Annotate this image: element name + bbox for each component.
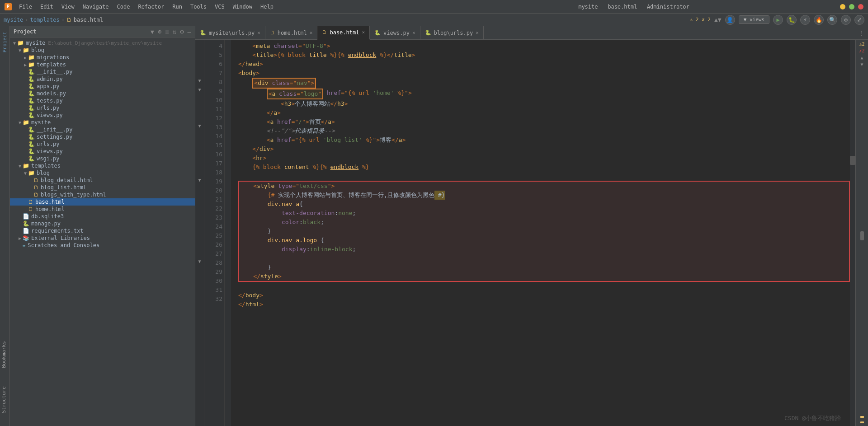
menu-window[interactable]: Window	[229, 3, 256, 11]
minimize-button[interactable]: –	[840, 4, 845, 9]
gutter-fold-9[interactable]: ▼	[195, 85, 204, 94]
tree-scratches[interactable]: ▶ ✏ Scratches and Consoles	[10, 242, 195, 249]
maximize-button[interactable]: □	[849, 4, 854, 9]
menu-refactor[interactable]: Refactor	[134, 3, 168, 11]
gutter-line-17	[195, 157, 204, 166]
settings-gear-icon[interactable]: ⚙	[180, 28, 184, 35]
gutter-line-15	[195, 139, 204, 148]
tree-file-blogs-with-type[interactable]: ▶ 🗋 blogs_with_type.html	[10, 191, 195, 198]
gutter-line-20	[195, 184, 204, 193]
tree-file-blog-views[interactable]: ▶ 🐍 views.py	[10, 112, 195, 119]
gutter-line-14	[195, 130, 204, 139]
tree-folder-migrations[interactable]: ▶ 📁 migrations	[10, 54, 195, 61]
tab-close-icon[interactable]: ×	[412, 30, 415, 36]
code-area[interactable]: <meta charset="UTF-8"> <title>{% block t…	[231, 40, 850, 426]
tree-file-db[interactable]: ▶ 📄 db.sqlite3	[10, 213, 195, 220]
scroll-thumb[interactable]	[860, 231, 864, 240]
tree-file-mysite-views[interactable]: ▶ 🐍 views.py	[10, 148, 195, 155]
run-button[interactable]: ▶	[773, 15, 783, 25]
tree-file-blog-init[interactable]: ▶ 🐍 __init__.py	[10, 68, 195, 75]
locate-icon[interactable]: ⊕	[158, 28, 161, 35]
window-controls: – □ ×	[840, 4, 863, 9]
collapse-icon[interactable]: ≡	[165, 28, 169, 35]
tree-file-tests[interactable]: ▶ 🐍 tests.py	[10, 97, 195, 104]
menu-navigate[interactable]: Navigate	[79, 3, 113, 11]
hide-panel-icon[interactable]: –	[188, 28, 191, 35]
breadcrumb-mysite[interactable]: mysite	[4, 17, 23, 23]
gutter-fold-19[interactable]: ▼	[195, 175, 204, 184]
sort-icon[interactable]: ⇅	[173, 28, 176, 35]
gutter-fold-13[interactable]: ▼	[195, 121, 204, 130]
tab-close-icon[interactable]: ×	[310, 30, 313, 36]
tab-mysite-urls[interactable]: 🐍 mysite\urls.py ×	[195, 26, 265, 40]
tree-file-apps[interactable]: ▶ 🐍 apps.py	[10, 83, 195, 90]
tree-file-blog-detail[interactable]: ▶ 🗋 blog_detail.html	[10, 177, 195, 184]
gutter-fold-28[interactable]: ▼	[195, 257, 204, 266]
tree-file-wsgi[interactable]: ▶ 🐍 wsgi.py	[10, 155, 195, 162]
tab-close-icon[interactable]: ×	[257, 30, 260, 36]
tree-file-mysite-init[interactable]: ▶ 🐍 __init__.py	[10, 126, 195, 133]
gutter-line-31	[195, 284, 204, 293]
bookmarks-tab[interactable]: Bookmarks	[0, 337, 8, 372]
tree-folder-external-libs[interactable]: ▶ 📚 External Libraries	[10, 234, 195, 242]
tree-folder-mysite-inner[interactable]: ▼ 📁 mysite	[10, 119, 195, 126]
menu-run[interactable]: Run	[169, 3, 186, 11]
profile-button[interactable]: 🔥	[814, 15, 824, 25]
tab-base-html[interactable]: 🗋 base.html ×	[317, 26, 370, 40]
menu-tools[interactable]: Tools	[187, 3, 210, 11]
notification-icon[interactable]: ⚠2	[859, 42, 864, 47]
tab-views-py[interactable]: 🐍 views.py ×	[370, 26, 420, 40]
tree-file-admin[interactable]: ▶ 🐍 admin.py	[10, 75, 195, 83]
code-line-15: </div>	[238, 145, 850, 154]
breadcrumb-icon: 🗋	[66, 17, 72, 23]
menu-file[interactable]: File	[15, 3, 36, 11]
tree-file-settings[interactable]: ▶ 🐍 settings.py	[10, 133, 195, 140]
tree-folder-templates[interactable]: ▼ 📁 templates	[10, 162, 195, 169]
minimap	[850, 40, 855, 426]
breadcrumb-templates[interactable]: templates	[30, 17, 60, 23]
tree-file-blog-urls[interactable]: ▶ 🐍 urls.py	[10, 104, 195, 112]
structure-tab[interactable]: Structure	[0, 383, 8, 417]
gutter-line-6	[195, 58, 204, 67]
menu-vcs[interactable]: VCS	[211, 3, 228, 11]
tree-file-manage[interactable]: ▶ 🐍 manage.py	[10, 220, 195, 227]
tree-folder-templates-blog[interactable]: ▼ 📁 blog	[10, 169, 195, 177]
project-tab[interactable]: Project	[1, 28, 9, 56]
tree-file-requirements[interactable]: ▶ 📄 requirements.txt	[10, 227, 195, 234]
close-button[interactable]: ×	[858, 4, 863, 9]
code-line-22: text-decoration:none;	[239, 209, 849, 218]
tree-file-base-html[interactable]: ▶ 🗋 base.html	[10, 198, 195, 206]
tab-home-html[interactable]: 🗋 home.html ×	[265, 26, 318, 40]
person-icon[interactable]: 👤	[725, 15, 735, 25]
views-button[interactable]: ▼ views	[739, 15, 769, 24]
error-icon[interactable]: ✗2	[859, 48, 864, 53]
gutter-line-10	[195, 94, 204, 103]
tree-file-models[interactable]: ▶ 🐍 models.py	[10, 90, 195, 97]
search-icon[interactable]: 🔍	[827, 15, 837, 25]
warning-count[interactable]: ⚠ 2 ✗ 2	[690, 17, 711, 23]
menu-edit[interactable]: Edit	[37, 3, 57, 11]
arrow-down-icon[interactable]: ▼	[860, 62, 863, 67]
views-label: ▼ views	[744, 17, 764, 23]
tree-file-mysite-urls[interactable]: ▶ 🐍 urls.py	[10, 140, 195, 148]
menu-view[interactable]: View	[58, 3, 78, 11]
coverage-button[interactable]: ⚡	[800, 15, 810, 25]
tree-folder-blog[interactable]: ▼ 📁 blog	[10, 47, 195, 54]
tree-file-blog-list[interactable]: ▶ 🗋 blog_list.html	[10, 184, 195, 191]
tree-folder-blog-templates[interactable]: ▶ 📁 templates	[10, 61, 195, 68]
gutter-fold-8[interactable]: ▼	[195, 76, 204, 85]
tree-root-mysite[interactable]: ▼ 📁 mysite E:\about_Django\test\mysite_e…	[10, 39, 195, 47]
tab-close-icon[interactable]: ×	[476, 30, 479, 36]
tab-blog-urls[interactable]: 🐍 blog\urls.py ×	[420, 26, 484, 40]
menu-code[interactable]: Code	[113, 3, 134, 11]
expand-window-icon[interactable]: ⤢	[854, 15, 864, 25]
settings-icon[interactable]: ⚙	[841, 15, 851, 25]
code-line-6: </head>	[238, 60, 850, 69]
arrow-up-icon[interactable]: ▲	[860, 55, 863, 60]
tree-file-home-html[interactable]: ▶ 🗋 home.html	[10, 206, 195, 213]
menu-help[interactable]: Help	[257, 3, 277, 11]
minimap-thumb[interactable]	[850, 156, 855, 165]
tab-menu-button[interactable]: ⋮	[854, 29, 868, 37]
debug-button[interactable]: 🐛	[787, 15, 797, 25]
tab-close-icon[interactable]: ×	[362, 29, 365, 35]
